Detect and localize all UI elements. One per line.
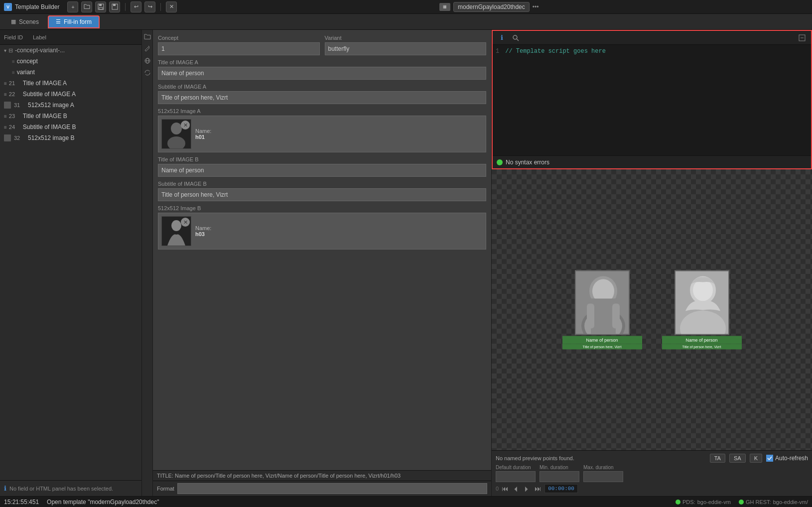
svg-rect-25 bbox=[612, 304, 620, 329]
tree-item-21[interactable]: ≡ 21 Title of IMAGE A bbox=[0, 78, 141, 89]
info-script-btn[interactable]: ℹ bbox=[497, 33, 507, 43]
resize-icon bbox=[801, 3, 808, 10]
bottom-bar: 15:21:55:451 Open template "modernGpaylo… bbox=[0, 496, 812, 507]
tree-item-23[interactable]: ≡ 23 Title of IMAGE B bbox=[0, 111, 141, 122]
image-b-name-label: Name: bbox=[195, 225, 211, 231]
script-toolbar: ℹ bbox=[493, 31, 811, 45]
auto-refresh-checkbox[interactable] bbox=[766, 455, 773, 462]
no-preview-label: No named preview points found. bbox=[496, 455, 574, 461]
preview-person-b-name: Name of person bbox=[664, 338, 740, 343]
field-label-22: Subtitle of IMAGE A bbox=[23, 91, 76, 98]
format-label: Format bbox=[157, 486, 174, 492]
max-duration-label: Max. duration bbox=[583, 465, 623, 470]
preview-photo-b bbox=[675, 270, 729, 335]
concept-select[interactable]: 1 bbox=[158, 42, 320, 55]
controls-area: No named preview points found. TA SA K A… bbox=[492, 450, 812, 496]
tree-item-variant[interactable]: ≡ variant bbox=[0, 67, 141, 78]
gh-rest-status: GH REST: bgo-eddie-vm/ bbox=[739, 499, 808, 505]
tree-item-32[interactable]: 32 512x512 image B bbox=[0, 132, 141, 143]
search-script-btn[interactable] bbox=[511, 33, 521, 43]
tab-fill-in-form[interactable]: ☰ Fill-in form bbox=[48, 15, 100, 28]
app-title: Template Builder bbox=[15, 3, 59, 10]
info-icon: ℹ bbox=[4, 485, 6, 492]
subtitle-a-input[interactable] bbox=[158, 91, 486, 104]
preview-name-bar-a: Name of person bbox=[562, 336, 642, 344]
variant-label: Variant bbox=[325, 35, 487, 41]
default-duration-label: Default duration bbox=[496, 465, 536, 470]
tree-item-22[interactable]: ≡ 22 Subtitle of IMAGE A bbox=[0, 89, 141, 100]
field-id-32: 32 bbox=[14, 135, 28, 141]
image-b-clear-btn[interactable]: ✕ bbox=[181, 218, 190, 227]
pds-dot bbox=[676, 500, 680, 505]
format-input[interactable] bbox=[177, 483, 487, 494]
image-a-field: ✕ Name: h01 bbox=[158, 116, 486, 152]
variant-select[interactable]: butterfly bbox=[325, 42, 487, 55]
save-as-button[interactable] bbox=[109, 1, 120, 12]
go-start-btn[interactable]: ⏮ bbox=[501, 485, 510, 493]
rewind-btn[interactable]: ⏴ bbox=[512, 485, 521, 493]
default-duration-group: Default duration bbox=[496, 465, 536, 482]
format-bar: Format bbox=[153, 481, 491, 496]
right-panel: ℹ 1 // Template script goes here No synt… bbox=[492, 30, 812, 496]
field-id-23: 23 bbox=[9, 113, 23, 119]
default-duration-input[interactable] bbox=[496, 471, 536, 482]
max-duration-input[interactable] bbox=[583, 471, 623, 482]
concept-col: Concept 1 bbox=[158, 35, 320, 55]
subtitle-a-group: Subtitle of IMAGE A bbox=[158, 84, 486, 104]
open-folder-button[interactable] bbox=[81, 1, 92, 12]
save-button[interactable] bbox=[95, 1, 106, 12]
title-a-input[interactable] bbox=[158, 67, 486, 80]
center-panel: Concept 1 Variant butterfly bbox=[153, 30, 492, 496]
field-id-header: Field ID bbox=[4, 34, 23, 40]
svg-rect-1 bbox=[99, 4, 102, 6]
subtitle-b-group: Subtitle of IMAGE B bbox=[158, 181, 486, 201]
center-wrapper: Concept 1 Variant butterfly bbox=[142, 30, 492, 496]
tab-fill-in-form-label: Fill-in form bbox=[64, 18, 92, 25]
image-a-thumb[interactable]: ✕ bbox=[161, 119, 191, 149]
script-editor[interactable]: 1 // Template script goes here bbox=[493, 45, 811, 155]
link-tool-btn[interactable] bbox=[142, 56, 152, 66]
new-button[interactable]: + bbox=[67, 1, 78, 12]
field-id-24: 24 bbox=[9, 124, 23, 130]
title-b-input[interactable] bbox=[158, 164, 486, 177]
redo-button[interactable]: ↪ bbox=[144, 1, 155, 12]
expand-script-btn[interactable] bbox=[797, 33, 807, 43]
field-label-32: 512x512 image B bbox=[28, 134, 74, 141]
go-end-btn[interactable]: ⏭ bbox=[534, 485, 542, 493]
form-icon: ☰ bbox=[56, 18, 61, 25]
svg-line-14 bbox=[517, 39, 519, 41]
play-btn[interactable]: ⏵ bbox=[523, 485, 532, 493]
tab-scenes[interactable]: ▦ Scenes bbox=[4, 15, 46, 28]
preview-area: Name of person Title of person here, Viz… bbox=[492, 169, 812, 450]
file-more-button[interactable]: ••• bbox=[533, 3, 539, 10]
svg-point-28 bbox=[693, 279, 713, 301]
tree-parent-label: -concept-variant-... bbox=[15, 47, 65, 54]
tree-item-concept-variant[interactable]: ▾ ⊟ -concept-variant-... bbox=[0, 45, 141, 56]
tree-item-24[interactable]: ≡ 24 Subtitle of IMAGE B bbox=[0, 122, 141, 132]
image-b-thumb[interactable]: ✕ bbox=[161, 216, 191, 246]
refresh-tool-btn[interactable] bbox=[142, 68, 152, 78]
tree-concept-label: concept bbox=[17, 58, 38, 65]
close-window-button[interactable]: ✕ bbox=[166, 1, 177, 12]
undo-button[interactable]: ↩ bbox=[131, 1, 141, 12]
min-duration-input[interactable] bbox=[540, 471, 579, 482]
image-b-name-value: h03 bbox=[195, 231, 211, 237]
timestamp: 15:21:55:451 bbox=[4, 499, 39, 506]
preview-name-bar-b: Name of person bbox=[662, 336, 742, 344]
subtitle-b-input[interactable] bbox=[158, 188, 486, 201]
k-button[interactable]: K bbox=[750, 454, 762, 463]
preview-man-svg bbox=[576, 271, 630, 335]
tree-item-concept[interactable]: ≡ concept bbox=[0, 56, 141, 67]
image-b-group: 512x512 Image B ✕ Name: bbox=[158, 205, 486, 250]
tree-item-31[interactable]: 31 512x512 image A bbox=[0, 100, 141, 111]
preview-content: Name of person Title of person here, Viz… bbox=[562, 270, 742, 350]
sa-button[interactable]: SA bbox=[729, 454, 746, 463]
folder-tool-btn[interactable] bbox=[142, 32, 152, 42]
edit-tool-btn[interactable] bbox=[142, 44, 152, 54]
auto-refresh-label: Auto-refresh bbox=[775, 455, 808, 462]
image-a-clear-btn[interactable]: ✕ bbox=[181, 121, 190, 129]
ta-button[interactable]: TA bbox=[710, 454, 725, 463]
field-id-22: 22 bbox=[9, 91, 23, 97]
timeline-row: 0 ⏮ ⏴ ⏵ ⏭ 00:00:00 bbox=[496, 484, 808, 493]
subtitle-b-label: Subtitle of IMAGE B bbox=[158, 181, 486, 187]
